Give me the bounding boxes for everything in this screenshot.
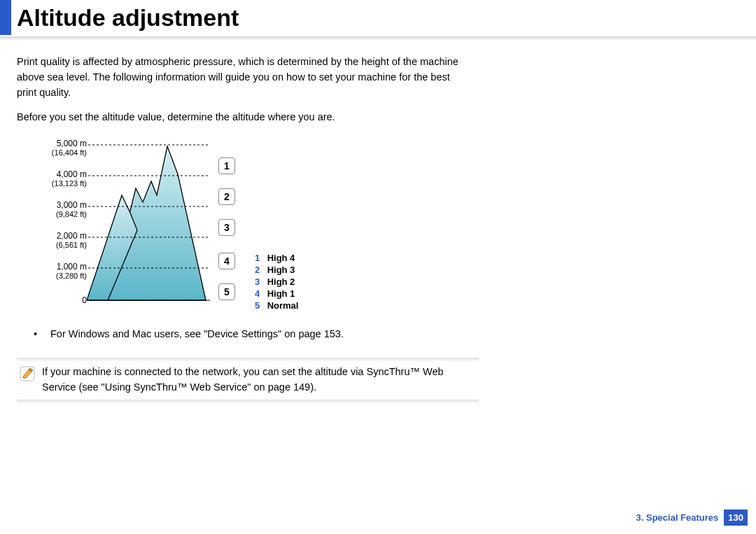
alt-ft: (9,842 ft) bbox=[56, 210, 87, 218]
page-title: Altitude adjustment bbox=[11, 0, 239, 35]
zone-box-1: 1 bbox=[218, 157, 235, 174]
note-divider-bottom bbox=[17, 400, 479, 404]
legend-row: 1 High 4 bbox=[255, 253, 298, 263]
bullet-marker: • bbox=[34, 328, 50, 339]
alt-m: 1,000 m bbox=[56, 262, 87, 272]
footer-chapter: 3. Special Features bbox=[636, 512, 719, 523]
legend-text: High 3 bbox=[267, 265, 295, 275]
header-accent-bar bbox=[0, 0, 11, 35]
alt-m: 3,000 m bbox=[56, 201, 87, 210]
zone-box-2: 2 bbox=[218, 188, 235, 205]
legend-num: 4 bbox=[255, 288, 265, 299]
legend-num: 2 bbox=[255, 265, 265, 275]
alt-label-4000: 4,000 m (13,123 ft) bbox=[52, 170, 87, 188]
note-icon bbox=[20, 365, 36, 395]
legend-row: 4 High 1 bbox=[255, 288, 298, 299]
legend-num: 1 bbox=[255, 253, 265, 263]
bullet-item: • For Windows and Mac users, see "Device… bbox=[34, 328, 462, 339]
alt-ft: (13,123 ft) bbox=[52, 179, 87, 188]
alt-m: 2,000 m bbox=[56, 232, 87, 241]
footer-page-number: 130 bbox=[724, 510, 748, 526]
alt-label-1000: 1,000 m (3,280 ft) bbox=[56, 262, 87, 280]
zone-box-4: 4 bbox=[218, 253, 235, 269]
intro-paragraph-1: Print quality is affected by atmospheric… bbox=[17, 55, 462, 100]
legend-text: Normal bbox=[267, 300, 299, 311]
alt-ft: (16,404 ft) bbox=[52, 148, 87, 157]
legend-text: High 1 bbox=[267, 288, 295, 299]
alt-label-3000: 3,000 m (9,842 ft) bbox=[56, 201, 87, 218]
alt-label-2000: 2,000 m (6,561 ft) bbox=[56, 232, 87, 249]
altitude-diagram: 5,000 m (16,404 ft) 4,000 m (13,123 ft) … bbox=[17, 139, 462, 321]
alt-ft: (3,280 ft) bbox=[56, 272, 87, 280]
alt-m: 0 bbox=[82, 296, 87, 305]
alt-m: 4,000 m bbox=[52, 170, 87, 179]
alt-m: 5,000 m bbox=[52, 139, 87, 148]
legend-row: 2 High 3 bbox=[255, 265, 298, 275]
legend-num: 3 bbox=[255, 276, 265, 287]
legend-num: 5 bbox=[255, 300, 265, 311]
legend-row: 5 Normal bbox=[255, 300, 298, 311]
main-content: Print quality is affected by atmospheric… bbox=[0, 41, 462, 339]
note-text: If your machine is connected to the netw… bbox=[36, 365, 475, 395]
note-box: If your machine is connected to the netw… bbox=[20, 365, 475, 395]
alt-label-5000: 5,000 m (16,404 ft) bbox=[52, 139, 87, 157]
zone-legend: 1 High 4 2 High 3 3 High 2 4 High 1 5 No… bbox=[255, 253, 298, 312]
alt-ft: (6,561 ft) bbox=[56, 241, 87, 249]
legend-text: High 4 bbox=[267, 253, 295, 263]
zone-box-3: 3 bbox=[218, 219, 235, 236]
zone-box-5: 5 bbox=[218, 283, 235, 300]
bullet-text: For Windows and Mac users, see "Device S… bbox=[50, 328, 344, 339]
intro-paragraph-2: Before you set the altitude value, deter… bbox=[17, 110, 462, 125]
legend-row: 3 High 2 bbox=[255, 276, 298, 287]
mountain-icon bbox=[87, 139, 213, 307]
legend-text: High 2 bbox=[267, 276, 295, 287]
page-footer: 3. Special Features 130 bbox=[636, 510, 748, 526]
alt-label-0: 0 bbox=[82, 296, 87, 305]
note-divider-top bbox=[17, 358, 479, 362]
page-header: Altitude adjustment bbox=[0, 0, 756, 35]
